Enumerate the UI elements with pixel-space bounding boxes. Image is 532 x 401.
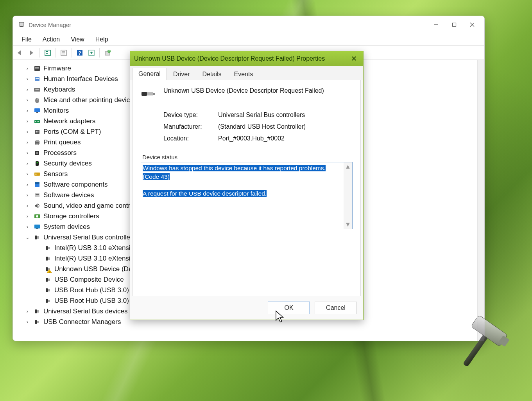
close-button[interactable] [463,18,481,31]
chevron-down-icon[interactable]: ⌄ [24,234,31,240]
device-status-text[interactable]: Windows has stopped this device because … [141,162,344,229]
tree-label: Security devices [43,160,92,167]
svg-rect-77 [153,93,155,95]
label-device-status: Device status [141,154,353,160]
update-driver-button[interactable] [102,47,113,58]
chevron-right-icon[interactable]: › [24,192,31,198]
dialog-titlebar[interactable]: Unknown USB Device (Device Descriptor Re… [130,51,363,66]
svg-rect-41 [36,144,39,145]
ok-button[interactable]: OK [268,302,310,314]
mouse-icon [33,96,41,104]
chevron-right-icon[interactable]: › [24,86,31,92]
tree-label: Human Interface Devices [43,75,118,83]
usb-icon [33,318,41,326]
status-scrollbar[interactable]: ▲ ▼ [344,162,352,229]
chevron-right-icon[interactable]: › [24,308,31,314]
svg-rect-27 [38,89,39,90]
svg-rect-0 [19,22,24,26]
dialog-close-button[interactable]: ✕ [349,54,359,64]
tree-label: USB Composite Device [54,276,124,284]
svg-rect-54 [34,225,40,228]
chevron-right-icon[interactable]: › [24,76,31,82]
tree-label: Keyboards [43,86,75,94]
tree-label: Software components [43,181,107,189]
svg-rect-65 [46,278,48,282]
minimize-button[interactable] [427,18,445,31]
tree-label: System devices [43,223,90,231]
scan-button[interactable] [86,47,97,58]
chevron-right-icon[interactable]: › [24,182,31,187]
svg-rect-70 [48,300,50,302]
cancel-button[interactable]: Cancel [315,302,357,314]
chevron-right-icon[interactable]: › [24,171,31,177]
chevron-right-icon[interactable]: › [24,203,31,209]
menu-help[interactable]: Help [90,34,114,45]
scroll-down-icon[interactable]: ▼ [345,221,351,228]
svg-rect-61 [48,257,50,260]
scroll-up-icon[interactable]: ▲ [345,163,351,170]
tree-label: Firmware [43,65,71,72]
svg-rect-20 [35,68,39,69]
label-location: Location: [163,135,218,142]
chevron-right-icon[interactable]: › [24,97,31,103]
tree-label: Ports (COM & LPT) [43,128,101,136]
chevron-right-icon[interactable]: › [24,150,31,156]
swcomp-icon [33,181,41,189]
value-manufacturer: (Standard USB Host Controller) [218,123,306,130]
svg-rect-69 [46,299,48,303]
chevron-right-icon[interactable]: › [24,118,31,124]
printer-icon [33,138,41,146]
svg-rect-21 [35,77,39,81]
svg-rect-40 [36,140,39,142]
chevron-right-icon[interactable]: › [24,224,31,230]
back-button[interactable] [14,47,25,58]
svg-point-35 [38,121,39,122]
svg-rect-57 [37,236,39,239]
svg-rect-24 [35,89,36,90]
tree-label: Print queues [43,138,81,146]
svg-rect-49 [35,182,39,184]
tab-events[interactable]: Events [228,68,259,80]
chevron-right-icon[interactable]: › [24,129,31,135]
tree-label: Storage controllers [43,212,99,220]
help-button[interactable]: ? [74,47,85,58]
device-status-box[interactable]: Windows has stopped this device because … [141,162,353,229]
maximize-button[interactable] [445,18,463,31]
firmware-icon [33,65,41,72]
properties-dialog: Unknown USB Device (Device Descriptor Re… [130,51,364,320]
svg-rect-68 [48,289,50,291]
svg-rect-8 [46,53,48,54]
menu-view[interactable]: View [65,34,90,45]
svg-point-33 [35,121,36,122]
vertical-scrollbar[interactable] [477,60,484,341]
chevron-right-icon[interactable]: › [24,139,31,145]
chevron-right-icon[interactable]: › [24,65,31,71]
chevron-right-icon[interactable]: › [24,108,31,113]
properties-button[interactable] [58,47,69,58]
svg-point-47 [36,173,37,174]
sensors-icon [33,170,41,178]
svg-rect-71 [35,309,37,313]
forward-button[interactable] [26,47,37,58]
usb-plug-icon [141,88,156,102]
svg-rect-36 [35,130,39,134]
chevron-right-icon[interactable]: › [24,319,31,325]
tree-label: Network adapters [43,117,95,125]
menu-file[interactable]: File [16,34,37,45]
tree-label: Processors [43,149,77,157]
tab-driver[interactable]: Driver [167,68,196,80]
svg-point-53 [36,215,38,218]
titlebar[interactable]: Device Manager [13,16,484,33]
show-hide-button[interactable] [42,47,53,58]
svg-rect-55 [36,228,38,229]
svg-text:!: ! [49,270,50,273]
menu-action[interactable]: Action [37,34,65,45]
device-name: Unknown USB Device (Device Descriptor Re… [163,87,324,94]
tab-general[interactable]: General [133,68,167,80]
svg-rect-75 [142,92,147,96]
chevron-right-icon[interactable]: › [24,213,31,219]
tab-details[interactable]: Details [197,68,227,80]
tree-label: USB Root Hub (USB 3.0) [54,297,129,305]
hid-icon [33,75,41,83]
chevron-right-icon[interactable]: › [24,160,31,166]
